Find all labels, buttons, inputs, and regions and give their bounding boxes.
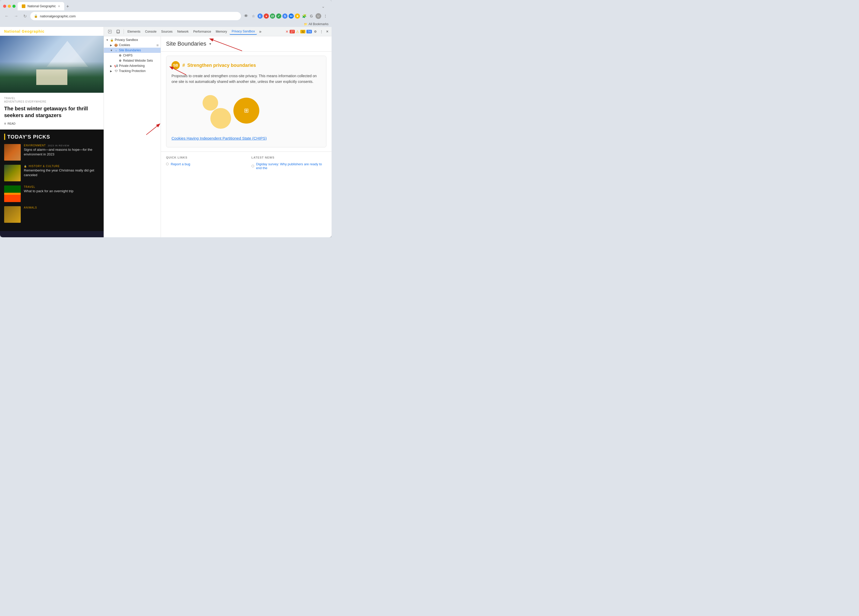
pick-content: TRAVEL What to pack for an overnight tri… <box>24 186 100 194</box>
tree-item-label: Cookies <box>119 43 130 47</box>
list-item[interactable]: ENVIRONMENT 2023 IN REVIEW Signs of alar… <box>4 144 100 161</box>
tree-item-chips[interactable]: ▶ ⚙ CHIPS <box>104 53 161 58</box>
profile-avatar[interactable]: U <box>315 13 321 19</box>
tab-performance[interactable]: Performance <box>191 29 213 34</box>
devtools-toolbar: Elements Console Sources Network Perform… <box>104 27 331 36</box>
close-window-button[interactable] <box>3 5 6 8</box>
hero-article-card: TRAVEL ADVENTURES EVERYWHERE The best wi… <box>0 93 104 130</box>
list-item[interactable]: 🔒 HISTORY & CULTURE Remembering the year… <box>4 165 100 181</box>
fence-icon: ⊞ <box>244 107 249 114</box>
news-link-item[interactable]: Digiday survey: Why publishers are ready… <box>251 162 326 170</box>
warning-count-badge: 32 <box>300 30 305 33</box>
tab-memory[interactable]: Memory <box>214 29 229 34</box>
nav-bar: ← → ↻ 🔒 nationalgeographic.com 👁 ☆ E ● 2… <box>0 10 331 22</box>
puzzle-icon[interactable]: 🧩 <box>301 13 307 19</box>
more-tabs-button[interactable]: » <box>258 29 263 34</box>
toolbar-separator <box>123 29 124 34</box>
devtools-more-button[interactable]: ⋮ <box>319 29 324 34</box>
read-link[interactable]: ≡ READ <box>4 122 100 125</box>
profile-icon[interactable]: G <box>308 13 314 19</box>
main-area: National Geographic TRAVEL ADVENTURES EV… <box>0 27 331 237</box>
devtools-content: ▼ 🔒 Privacy Sandbox ▶ 🍪 Cookies ⊞ <box>104 36 331 237</box>
tree-item-label: Privacy Sandbox <box>115 38 138 42</box>
minimize-window-button[interactable] <box>8 5 11 8</box>
picks-header: TODAY'S PICKS <box>4 134 100 140</box>
title-bar: National Geographic × + ⌄ <box>0 0 331 10</box>
device-icon <box>116 30 120 33</box>
devtools-panel: Elements Console Sources Network Perform… <box>104 27 331 237</box>
extension-icon-shield[interactable]: S <box>283 14 287 19</box>
address-bar[interactable]: 🔒 nationalgeographic.com <box>30 12 241 20</box>
tab-elements[interactable]: Elements <box>125 29 142 34</box>
tab-sources[interactable]: Sources <box>159 29 175 34</box>
extension-icon-red[interactable]: ● <box>264 14 269 19</box>
svg-rect-5 <box>117 30 119 33</box>
browser-menu-button[interactable]: ⌄ <box>320 3 326 10</box>
extension-icon-94[interactable]: 94 <box>289 14 294 19</box>
article-title[interactable]: The best winter getaways for thrill seek… <box>4 105 100 119</box>
card-icon: SB <box>172 61 180 69</box>
pick-category: ENVIRONMENT 2023 IN REVIEW <box>24 144 100 147</box>
read-label: READ <box>8 122 16 125</box>
hero-building-decoration <box>36 69 67 85</box>
more-options-button[interactable]: ⋮ <box>322 13 328 19</box>
pick-category: 🔒 HISTORY & CULTURE <box>24 165 100 167</box>
bookmark-icon[interactable]: ☆ <box>250 13 256 19</box>
tracking-protection-icon: 🛡 <box>114 69 118 73</box>
link-dot-icon <box>251 165 254 167</box>
pick-thumbnail-travel <box>4 186 21 202</box>
devtools-device-tool[interactable] <box>114 29 122 34</box>
active-tab[interactable]: National Geographic × <box>18 2 64 10</box>
reload-button[interactable]: ↻ <box>22 13 28 20</box>
read-icon: ≡ <box>4 122 6 125</box>
picks-accent-bar <box>4 134 5 140</box>
new-tab-button[interactable]: + <box>64 3 71 10</box>
extension-icon-blue[interactable]: E <box>258 14 263 19</box>
extension-icon-yellow[interactable]: ★ <box>295 14 300 19</box>
error-icon: ✕ <box>286 30 289 34</box>
circle-decoration-1 <box>203 95 218 111</box>
maximize-window-button[interactable] <box>12 5 16 8</box>
bottom-section: QUICK LINKS Report a bug LATEST NEWS <box>161 152 331 176</box>
chevron-right-icon: ▶ <box>110 70 113 72</box>
back-button[interactable]: ← <box>3 13 10 19</box>
devtools-settings-button[interactable]: ⚙ <box>313 29 318 34</box>
extension-icon-green[interactable]: 22 <box>270 14 275 19</box>
dropdown-icon[interactable]: ▾ <box>209 42 211 46</box>
tab-privacy-sandbox[interactable]: Privacy Sandbox <box>230 28 257 35</box>
tree-item-related-website-sets[interactable]: ▶ ⚙ Related Website Sets <box>104 58 161 63</box>
forward-button[interactable]: → <box>12 13 20 19</box>
quick-link-item[interactable]: Report a bug <box>166 162 241 166</box>
chips-link[interactable]: Cookies Having Independent Partitioned S… <box>172 136 321 141</box>
tree-item-site-boundaries[interactable]: ▼ ⬦ Site Boundaries <box>104 48 161 53</box>
devtools-right-icons: ✕ 27 ⚠ 32 74 ⚙ ⋮ × <box>286 28 330 35</box>
tab-close-button[interactable]: × <box>58 4 60 8</box>
related-sets-icon: ⚙ <box>119 59 122 63</box>
window-controls <box>3 5 16 8</box>
privacy-sandbox-icon: 🔒 <box>110 38 114 42</box>
pick-category: TRAVEL <box>24 186 100 188</box>
tree-item-private-advertising[interactable]: ▶ 📢 Private Advertising <box>104 63 161 69</box>
tree-item-privacy-sandbox[interactable]: ▼ 🔒 Privacy Sandbox <box>104 37 161 42</box>
devtools-close-button[interactable]: × <box>325 28 330 35</box>
tree-item-tracking-protection[interactable]: ▶ 🛡 Tracking Protection <box>104 69 161 73</box>
list-item[interactable]: ANIMALS <box>4 206 100 223</box>
devtools: Elements Console Sources Network Perform… <box>104 27 331 237</box>
article-subtitle: ADVENTURES EVERYWHERE <box>4 100 100 103</box>
eye-off-icon[interactable]: 👁 <box>243 13 249 19</box>
pick-thumbnail-animals <box>4 206 21 223</box>
list-item[interactable]: TRAVEL What to pack for an overnight tri… <box>4 186 100 202</box>
tab-network[interactable]: Network <box>175 29 191 34</box>
pick-description: Remembering the year Christmas really di… <box>24 168 100 177</box>
cookies-icon: 🍪 <box>114 43 118 47</box>
chevron-down-icon: ▼ <box>106 39 109 41</box>
bookmarks-label[interactable]: All Bookmarks <box>309 22 328 26</box>
extension-icon-check[interactable]: ✓ <box>276 14 281 19</box>
selector-icon <box>108 30 112 33</box>
tab-bar: National Geographic × + <box>18 2 318 10</box>
devtools-selector-tool[interactable] <box>106 29 114 34</box>
tree-panel: ▼ 🔒 Privacy Sandbox ▶ 🍪 Cookies ⊞ <box>104 36 161 237</box>
tab-console[interactable]: Console <box>143 29 159 34</box>
tree-item-cookies[interactable]: ▶ 🍪 Cookies ⊞ <box>104 42 161 48</box>
bookmarks-bar: 📁 All Bookmarks <box>0 22 331 27</box>
